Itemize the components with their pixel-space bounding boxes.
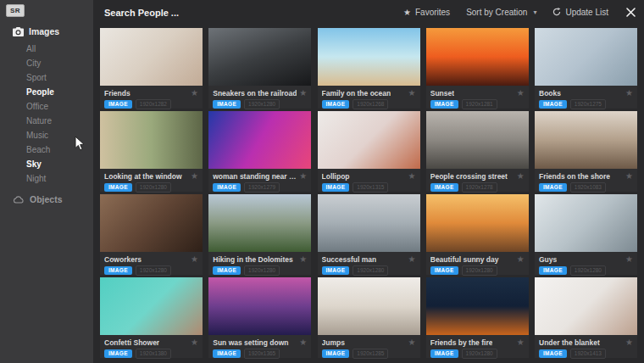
- card-thumbnail[interactable]: [318, 111, 420, 169]
- sidebar-item-music[interactable]: Music: [0, 128, 93, 142]
- card-title: People crossing street: [430, 172, 508, 181]
- chevron-down-icon: ▾: [533, 8, 536, 16]
- favorite-star-icon[interactable]: ★: [408, 89, 416, 98]
- favorite-star-icon[interactable]: ★: [408, 255, 416, 264]
- image-card[interactable]: Friends ★ IMAGE 1920x1282: [100, 28, 203, 109]
- card-thumbnail[interactable]: [535, 194, 637, 252]
- image-card[interactable]: woman standing near buildings ★ IMAGE 19…: [208, 111, 311, 192]
- sort-dropdown[interactable]: Sort by Creation ▾: [466, 8, 536, 17]
- favorite-star-icon[interactable]: ★: [299, 172, 307, 181]
- sidebar-item-nature[interactable]: Nature: [0, 114, 93, 128]
- image-type-badge: IMAGE: [104, 100, 132, 109]
- card-thumbnail[interactable]: [535, 277, 637, 335]
- card-thumbnail[interactable]: [318, 28, 420, 86]
- card-meta: Confetti Shower ★ IMAGE 1920x1380: [100, 335, 203, 358]
- card-meta: Successful man ★ IMAGE 1920x1280: [318, 252, 420, 275]
- update-list-button[interactable]: Update List: [552, 8, 608, 17]
- favorite-star-icon[interactable]: ★: [408, 338, 416, 347]
- image-card[interactable]: Sun was setting down ★ IMAGE 1920x1365: [208, 277, 311, 358]
- card-title: Family on the ocean: [322, 89, 391, 98]
- card-thumbnail[interactable]: [100, 194, 203, 252]
- card-thumbnail[interactable]: [208, 28, 311, 86]
- image-card[interactable]: Jumps ★ IMAGE 1920x1285: [318, 277, 420, 358]
- card-dimensions: 1920x1083: [570, 182, 606, 193]
- card-meta: Friends by the fire ★ IMAGE 1920x1280: [426, 335, 529, 358]
- favorites-button[interactable]: ★ Favorites: [403, 8, 450, 17]
- card-meta: Looking at the window ★ IMAGE 1920x1280: [100, 169, 203, 192]
- card-thumbnail[interactable]: [535, 28, 637, 86]
- image-card[interactable]: People crossing street ★ IMAGE 1920x1278: [426, 111, 529, 192]
- image-card[interactable]: Under the blanket ★ IMAGE 1920x1413: [535, 277, 637, 358]
- card-thumbnail[interactable]: [426, 194, 529, 252]
- card-thumbnail[interactable]: [426, 277, 529, 335]
- image-card[interactable]: Successful man ★ IMAGE 1920x1280: [318, 194, 420, 275]
- favorite-star-icon[interactable]: ★: [625, 255, 633, 264]
- card-thumbnail[interactable]: [426, 111, 529, 169]
- card-thumbnail[interactable]: [100, 28, 203, 86]
- sidebar-section-objects[interactable]: Objects: [0, 191, 93, 208]
- card-dimensions: 1920x1285: [353, 349, 388, 359]
- favorite-star-icon[interactable]: ★: [299, 89, 307, 98]
- image-card[interactable]: Friends on the shore ★ IMAGE 1920x1083: [535, 111, 637, 192]
- card-thumbnail[interactable]: [318, 194, 420, 252]
- image-card[interactable]: Confetti Shower ★ IMAGE 1920x1380: [100, 277, 203, 358]
- favorite-star-icon[interactable]: ★: [191, 338, 198, 347]
- card-dimensions: 1920x1280: [244, 265, 280, 276]
- card-thumbnail[interactable]: [100, 277, 203, 335]
- sidebar-item-people[interactable]: People: [0, 85, 93, 99]
- favorite-star-icon[interactable]: ★: [625, 338, 633, 347]
- card-thumbnail[interactable]: [535, 111, 637, 169]
- favorite-star-icon[interactable]: ★: [191, 255, 198, 264]
- favorite-star-icon[interactable]: ★: [408, 172, 416, 181]
- favorite-star-icon[interactable]: ★: [625, 89, 633, 98]
- sidebar-item-city[interactable]: City: [0, 56, 93, 70]
- sidebar-item-office[interactable]: Office: [0, 99, 93, 114]
- card-title: woman standing near buildings: [213, 172, 299, 181]
- favorite-star-icon[interactable]: ★: [517, 89, 525, 98]
- favorite-star-icon[interactable]: ★: [517, 172, 525, 181]
- sidebar-item-sky[interactable]: Sky: [0, 157, 93, 171]
- card-thumbnail[interactable]: [208, 111, 311, 169]
- image-card[interactable]: Books ★ IMAGE 1920x1275: [535, 28, 637, 109]
- sidebar-item-sport[interactable]: Sport: [0, 70, 93, 85]
- favorite-star-icon[interactable]: ★: [191, 172, 198, 181]
- card-dimensions: 1920x1275: [570, 99, 606, 109]
- image-card[interactable]: Hiking in the Dolomites ★ IMAGE 1920x128…: [208, 194, 311, 275]
- sidebar-item-night[interactable]: Night: [0, 171, 93, 186]
- image-card[interactable]: Sunset ★ IMAGE 1920x1281: [426, 28, 529, 109]
- image-card[interactable]: Beautiful sunny day ★ IMAGE 1920x1280: [426, 194, 529, 275]
- favorite-star-icon[interactable]: ★: [517, 338, 525, 347]
- image-card[interactable]: Friends by the fire ★ IMAGE 1920x1280: [426, 277, 529, 358]
- image-card[interactable]: Family on the ocean ★ IMAGE 1920x1268: [318, 28, 420, 109]
- sidebar-section-images[interactable]: Images: [0, 23, 93, 40]
- card-thumbnail[interactable]: [318, 277, 420, 335]
- card-dimensions: 1920x1280: [570, 265, 606, 276]
- card-title: Confetti Shower: [104, 338, 159, 347]
- card-title: Sunset: [430, 89, 454, 98]
- image-card[interactable]: Lollipop ★ IMAGE 1920x1315: [318, 111, 420, 192]
- favorite-star-icon[interactable]: ★: [299, 255, 307, 264]
- image-card[interactable]: Sneakers on the railroad ★ IMAGE 1920x12…: [208, 28, 311, 109]
- favorite-star-icon[interactable]: ★: [299, 338, 307, 347]
- card-meta: Coworkers ★ IMAGE 1920x1280: [100, 252, 203, 275]
- sidebar-item-all[interactable]: All: [0, 42, 93, 56]
- close-button[interactable]: [626, 8, 636, 17]
- card-title: Sneakers on the railroad: [213, 89, 297, 98]
- image-type-badge: IMAGE: [430, 266, 458, 276]
- image-card[interactable]: Looking at the window ★ IMAGE 1920x1280: [100, 111, 203, 192]
- card-thumbnail[interactable]: [426, 28, 529, 86]
- card-title: Friends on the shore: [539, 172, 610, 181]
- card-thumbnail[interactable]: [100, 111, 203, 169]
- sidebar-item-beach[interactable]: Beach: [0, 142, 93, 157]
- topbar-actions: ★ Favorites Sort by Creation ▾ Update Li…: [403, 0, 636, 24]
- card-dimensions: 1920x1280: [353, 265, 388, 276]
- favorite-star-icon[interactable]: ★: [517, 255, 525, 264]
- card-thumbnail[interactable]: [208, 277, 311, 335]
- card-thumbnail[interactable]: [208, 194, 311, 252]
- image-card[interactable]: Guys ★ IMAGE 1920x1280: [535, 194, 637, 275]
- sidebar-section-images-label: Images: [29, 26, 59, 36]
- favorite-star-icon[interactable]: ★: [625, 172, 633, 181]
- search-input[interactable]: [104, 5, 341, 20]
- image-card[interactable]: Coworkers ★ IMAGE 1920x1280: [100, 194, 203, 275]
- favorite-star-icon[interactable]: ★: [191, 89, 198, 98]
